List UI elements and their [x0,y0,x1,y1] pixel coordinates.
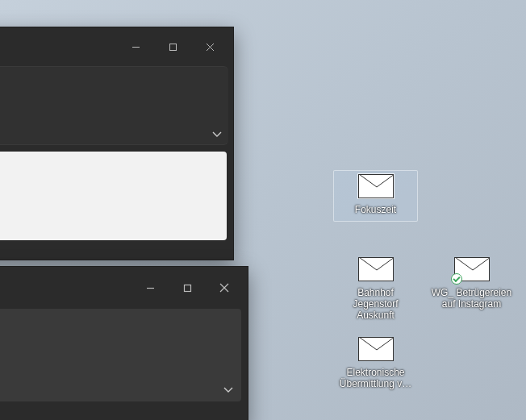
icon-label: Elektronische Übermittlung v… [336,368,416,390]
maximize-button[interactable] [154,34,191,60]
window-body [0,309,241,401]
icon-label: WG_ Betrügereien auf Instagram [432,288,512,310]
mail-icon [358,337,394,361]
desktop-icon-wg[interactable]: WG_ Betrügereien auf Instagram [429,257,514,310]
expand-button[interactable] [223,382,233,397]
mail-icon [454,257,490,281]
titlebar[interactable] [0,27,233,66]
icon-label: Bahnhof Jegenstorf Auskunft [336,288,416,321]
outlook-window: Kategorien Plastischer Reader [0,27,234,260]
desktop-icon-fokuszeit[interactable]: Fokuszeit [333,170,418,222]
minimize-button[interactable] [132,275,169,301]
svg-rect-10 [184,285,190,291]
ribbon-collapse-button[interactable] [212,127,222,141]
titlebar[interactable] [0,267,248,309]
icon-label: Fokuszeit [355,205,396,216]
svg-rect-1 [169,44,176,50]
sync-check-badge [451,273,462,285]
desktop-icon-elektron[interactable]: Elektronische Übermittlung v… [333,337,418,390]
ribbon: Kategorien Plastischer Reader [0,66,228,145]
minimize-button[interactable] [117,34,154,60]
mail-icon [358,174,394,198]
desktop-icon-bahnhof[interactable]: Bahnhof Jegenstorf Auskunft [333,257,418,321]
message-content-pane[interactable] [0,152,227,240]
mail-icon [358,257,394,281]
close-button[interactable] [191,34,228,60]
secondary-window [0,266,248,420]
close-button[interactable] [206,275,243,301]
maximize-button[interactable] [169,275,206,301]
